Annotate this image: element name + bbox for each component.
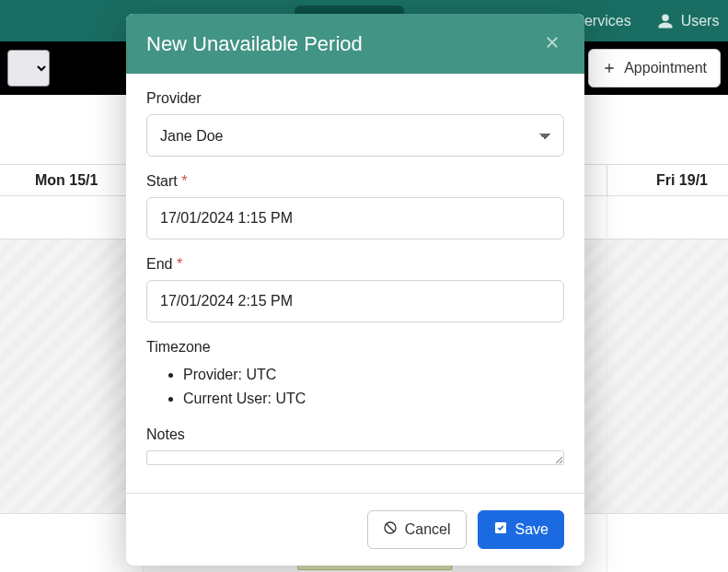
- modal-header: New Unavailable Period: [126, 14, 584, 74]
- end-datetime-field[interactable]: [146, 280, 564, 322]
- start-datetime-field[interactable]: [146, 197, 564, 239]
- save-label: Save: [515, 521, 549, 538]
- modal-close-button[interactable]: [540, 30, 564, 57]
- timezone-current-user: Current User: UTC: [183, 387, 564, 411]
- timezone-provider: Provider: UTC: [183, 363, 564, 387]
- provider-select[interactable]: Jane Doe: [146, 114, 564, 157]
- close-icon: [544, 40, 560, 53]
- start-label: Start *: [146, 173, 564, 190]
- cancel-label: Cancel: [405, 521, 451, 538]
- ban-icon: [383, 520, 398, 539]
- notes-field[interactable]: [146, 450, 564, 465]
- modal-title: New Unavailable Period: [146, 32, 363, 56]
- cancel-button[interactable]: Cancel: [367, 510, 467, 549]
- unavailable-period-modal: New Unavailable Period Provider Jane Doe…: [126, 14, 584, 566]
- required-asterisk: *: [181, 173, 187, 189]
- timezone-label: Timezone: [146, 339, 564, 356]
- start-label-text: Start: [146, 173, 178, 189]
- end-label: End *: [146, 256, 564, 273]
- modal-footer: Cancel Save: [126, 493, 584, 566]
- modal-body: Provider Jane Doe Start * End * Timezone…: [126, 74, 584, 493]
- provider-label: Provider: [146, 90, 564, 107]
- check-square-icon: [493, 520, 508, 539]
- notes-label: Notes: [146, 426, 564, 443]
- save-button[interactable]: Save: [478, 510, 564, 549]
- required-asterisk: *: [177, 256, 182, 272]
- timezone-list: Provider: UTC Current User: UTC: [146, 363, 564, 410]
- end-label-text: End: [146, 256, 172, 272]
